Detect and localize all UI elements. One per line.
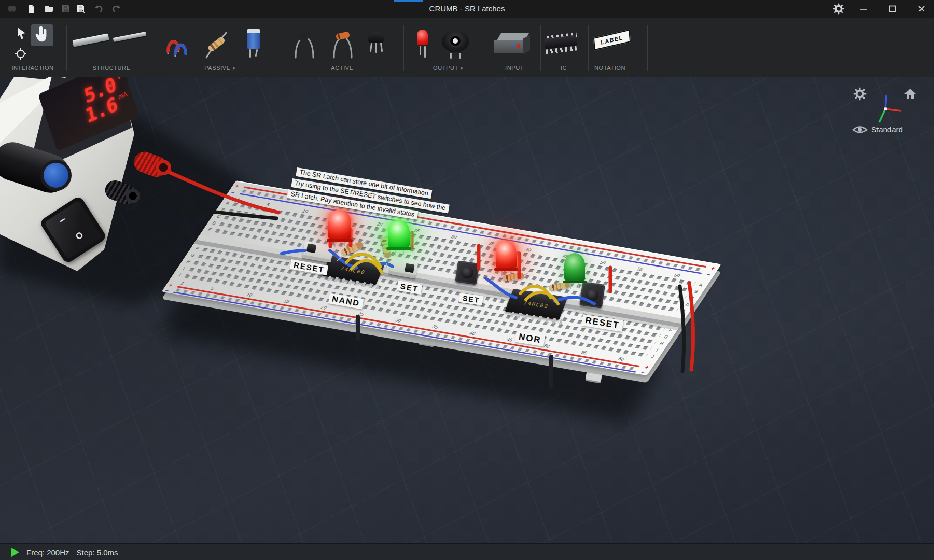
led-red-nor[interactable]	[496, 241, 517, 269]
passive-dropdown-arrow[interactable]: ▾	[233, 66, 235, 71]
scene-settings-gear-icon[interactable]	[853, 87, 867, 101]
new-file-icon[interactable]	[26, 4, 36, 14]
redo-icon[interactable]	[111, 4, 121, 14]
frequency-readout: Freq: 200Hz	[26, 548, 69, 557]
hand-tool-icon	[31, 24, 53, 46]
view-mode-eye-icon[interactable]	[852, 124, 868, 135]
power-rocker-face[interactable]	[44, 200, 103, 259]
axis-gizmo[interactable]	[868, 91, 902, 125]
play-icon[interactable]	[11, 548, 19, 557]
gear-icon	[833, 3, 844, 15]
minimize-icon	[860, 5, 867, 12]
section-ic: IC	[561, 65, 567, 71]
led-flange	[494, 268, 518, 271]
negative-terminal-hole[interactable]	[126, 189, 140, 203]
led-green-nor[interactable]	[564, 253, 585, 281]
home-view-icon[interactable]	[903, 87, 917, 101]
select-tool-arrow-icon[interactable]	[16, 26, 28, 42]
palette-capacitor[interactable]	[246, 27, 261, 59]
save-file-icon[interactable]	[61, 4, 71, 14]
component-toolbar: INTERACTION STRUCTURE PASSI	[0, 18, 934, 77]
section-passive: PASSIVE▾	[204, 65, 235, 71]
minimize-button[interactable]	[857, 3, 870, 15]
push-button-reset-nor[interactable]	[579, 282, 605, 309]
interact-tool-selected[interactable]	[31, 24, 53, 46]
crumb-app-window: 1155101015152020252530303535404045455050…	[0, 0, 934, 560]
step-readout: Step: 5.0ms	[77, 548, 118, 557]
save-as-icon[interactable]	[76, 4, 87, 14]
power-rocker-switch[interactable]: I O	[39, 195, 107, 264]
palette-breadboard-large[interactable]	[72, 33, 109, 47]
led-red-nand[interactable]	[328, 209, 351, 240]
open-file-icon[interactable]	[44, 4, 54, 14]
maximize-icon	[888, 5, 897, 13]
undo-icon[interactable]	[94, 4, 104, 14]
led-flange	[563, 281, 587, 283]
view-mode-label[interactable]: Standard	[871, 125, 903, 134]
slide-switch-knob[interactable]	[306, 243, 317, 253]
titlebar: CRUMB - SR Latches	[0, 0, 934, 18]
window-title: CRUMB - SR Latches	[0, 0, 934, 18]
palette-buzzer[interactable]	[442, 31, 471, 60]
palette-diode-glass[interactable]	[329, 29, 356, 59]
palette-ic-chip[interactable]	[543, 31, 580, 57]
palette-transistor[interactable]	[365, 30, 388, 59]
led-green-nand[interactable]	[388, 220, 410, 248]
palette-power-supply[interactable]	[494, 32, 532, 57]
label-tag-text: LABEL	[593, 30, 631, 50]
palette-label-tag[interactable]: LABEL	[593, 31, 635, 53]
push-button-cap[interactable]	[461, 266, 475, 279]
section-interaction: INTERACTION	[11, 65, 53, 71]
close-icon	[917, 5, 926, 13]
section-structure: STRUCTURE	[92, 65, 130, 71]
section-input: INPUT	[505, 65, 524, 71]
push-button-cap[interactable]	[586, 288, 600, 301]
ic-74hc02-label: 74HC02	[523, 300, 550, 309]
palette-resistor[interactable]	[201, 29, 231, 60]
voltage-knob-cap[interactable]	[40, 160, 72, 191]
led-flange	[327, 239, 353, 242]
app-logo-icon	[7, 4, 17, 14]
slide-switch-knob[interactable]	[405, 263, 415, 273]
simulation-statusbar: Freq: 200HzStep: 5.0ms	[0, 543, 934, 560]
palette-led[interactable]	[415, 29, 430, 59]
output-dropdown-arrow[interactable]: ▾	[461, 66, 463, 71]
palette-jumper-wires[interactable]	[162, 30, 195, 60]
settings-gear-button[interactable]	[832, 3, 845, 15]
led-flange	[386, 247, 411, 250]
palette-breadboard-small[interactable]	[113, 32, 146, 42]
probe-tool-crosshair-icon[interactable]	[14, 47, 27, 61]
section-active: ACTIVE	[331, 65, 353, 71]
close-button[interactable]	[915, 3, 928, 15]
palette-diode-black[interactable]	[290, 30, 317, 59]
push-button-set-nor[interactable]	[455, 260, 479, 285]
section-notation: NOTATION	[594, 65, 625, 71]
section-output: OUTPUT▾	[433, 65, 463, 71]
scene-3d-viewport[interactable]: 1155101015152020252530303535404045455050…	[0, 0, 934, 560]
ic-74hc00-label: 74HC00	[340, 265, 367, 275]
simulation-stats: Freq: 200HzStep: 5.0ms	[26, 548, 126, 557]
positive-terminal-hole[interactable]	[156, 160, 171, 175]
maximize-button[interactable]	[886, 3, 899, 15]
